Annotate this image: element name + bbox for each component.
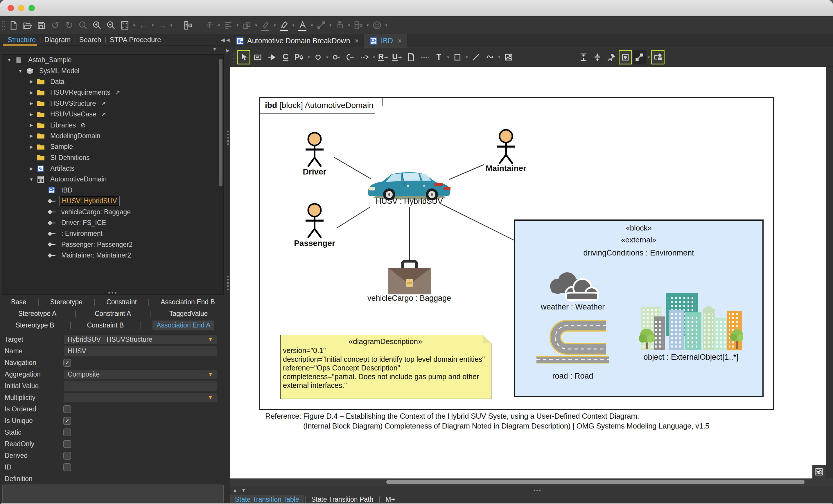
- target-dropdown[interactable]: HybridSUV - HSUVStructure▼: [63, 334, 217, 344]
- port-tool-icon[interactable]: P: [293, 50, 306, 65]
- tree-item-ibd[interactable]: IBD: [2, 185, 223, 196]
- auto-structure-tool-icon[interactable]: [651, 50, 665, 65]
- emoji-dropdown[interactable]: ▾: [384, 23, 389, 28]
- ptab-constraint[interactable]: Constraint: [102, 297, 141, 307]
- ptab-taggedvalue[interactable]: TaggedValue: [165, 309, 212, 318]
- vertical-scrollbar[interactable]: [826, 67, 833, 478]
- ptab-stereotype-b[interactable]: Stereotype B: [11, 320, 58, 330]
- ptab-association-end-b[interactable]: Association End B: [157, 297, 219, 307]
- name-input[interactable]: [63, 346, 217, 356]
- font-color-dropdown[interactable]: ▾: [310, 23, 314, 28]
- derived-checkbox[interactable]: [63, 452, 71, 460]
- actor-driver[interactable]: [302, 132, 328, 168]
- dropdown-arrow-icon[interactable]: ▼: [204, 369, 217, 379]
- required-interface-tool-icon[interactable]: [344, 50, 357, 65]
- ptab-constraint-a[interactable]: Constraint A: [91, 309, 135, 318]
- multiplicity-dropdown[interactable]: ▼: [63, 392, 217, 403]
- connector-style-tool-icon[interactable]: [633, 50, 646, 65]
- forward-icon[interactable]: →: [155, 18, 169, 33]
- panel-divider[interactable]: ◀ ▶: [226, 34, 230, 504]
- fit-window-dropdown[interactable]: ▾: [132, 23, 137, 28]
- tree-filter-bar[interactable]: ▼: [0, 46, 226, 53]
- tree-item-vehicle-cargo[interactable]: vehicleCargo: Baggage: [2, 207, 223, 217]
- fit-window-icon[interactable]: [118, 18, 132, 33]
- ptab-association-end-a[interactable]: Association End A: [152, 320, 214, 330]
- align-dropdown[interactable]: ▾: [235, 23, 240, 28]
- toolbar-grip[interactable]: [1, 20, 5, 31]
- initial-value-input[interactable]: [63, 381, 217, 391]
- horizontal-scrollbar-thumb[interactable]: [386, 480, 805, 484]
- tree-item-hsuv-structure[interactable]: ▶HSUVStructure↗: [2, 98, 223, 109]
- tab-diagram[interactable]: Diagram: [41, 36, 74, 44]
- tree-item-husv[interactable]: HUSV: HybridSUV: [2, 196, 223, 207]
- arrange-icon[interactable]: [240, 18, 254, 33]
- overview-map-button[interactable]: [812, 465, 826, 478]
- provided-interface-tool-icon[interactable]: [330, 50, 343, 65]
- tab-ibd[interactable]: IBD ×: [364, 34, 407, 48]
- tree-item-sysml-model[interactable]: ▼SysML Model: [2, 65, 223, 76]
- back-icon[interactable]: ←: [137, 18, 150, 33]
- hierarchy-layout-dropdown[interactable]: ▾: [347, 23, 352, 28]
- id-checkbox[interactable]: [63, 463, 71, 471]
- dropdown-arrow-icon[interactable]: ▼: [204, 393, 217, 402]
- dependency-tool-icon[interactable]: [358, 50, 371, 65]
- horizontal-scrollbar[interactable]: [230, 478, 833, 486]
- ptab-base[interactable]: Base: [7, 297, 30, 307]
- connector-style-icon[interactable]: [314, 18, 328, 33]
- align-icon[interactable]: [221, 18, 235, 33]
- is-ordered-checkbox[interactable]: [63, 405, 71, 413]
- item-flow-tool-icon[interactable]: [265, 50, 278, 65]
- diagram-canvas[interactable]: ibd [block] AutomotiveDomain Driver Main…: [230, 67, 826, 478]
- fill-color-icon[interactable]: [259, 18, 272, 33]
- tab-structure[interactable]: Structure: [4, 36, 39, 44]
- environment-block[interactable]: «block» «external» drivingConditions : E…: [514, 219, 764, 397]
- baggage-node[interactable]: [387, 260, 432, 296]
- emoji-icon[interactable]: [370, 18, 384, 33]
- diagram-description-note[interactable]: «diagramDescription» version="0.1" descr…: [280, 335, 492, 399]
- actor-passenger[interactable]: [302, 203, 328, 239]
- tree-item-automotive-domain[interactable]: ▼BAutomotiveDomain: [2, 174, 223, 185]
- detail-layout-icon[interactable]: [352, 18, 365, 33]
- connector-style-dropdown[interactable]: ▾: [328, 23, 333, 28]
- ptab-constraint-b[interactable]: Constraint B: [83, 320, 128, 330]
- is-unique-checkbox[interactable]: [63, 417, 71, 425]
- line-tool-icon[interactable]: [469, 50, 483, 65]
- aggregation-dropdown[interactable]: Composite▼: [63, 369, 217, 380]
- undo-icon[interactable]: ↺: [48, 18, 62, 33]
- ptab-stereotype[interactable]: Stereotype: [46, 297, 87, 307]
- model-structure-icon[interactable]: [181, 18, 195, 33]
- tree-item-modeling-domain[interactable]: ▶ModelingDomain: [2, 130, 223, 141]
- collapse-left-icon[interactable]: ◀: [226, 38, 230, 43]
- car-husv[interactable]: [364, 168, 455, 201]
- line-color-icon[interactable]: [277, 18, 291, 33]
- tree-item-passenger2[interactable]: Passenger: Passenger2: [2, 239, 223, 250]
- open-file-icon[interactable]: [20, 18, 34, 33]
- forward-dropdown[interactable]: ▾: [169, 23, 174, 28]
- minimize-window-button[interactable]: [18, 5, 24, 11]
- dashed-line-tool-icon[interactable]: [418, 50, 432, 65]
- image-tool-icon[interactable]: [502, 50, 515, 65]
- zoom-out-icon[interactable]: [104, 18, 118, 33]
- freehand-tool-icon[interactable]: [483, 50, 497, 65]
- tree-item-libraries[interactable]: ▶Libraries⊘: [2, 120, 223, 130]
- interface-tool-icon[interactable]: [311, 50, 325, 65]
- tree-item-hsuv-requirements[interactable]: ▶HSUVRequirements↗: [2, 87, 223, 98]
- bottom-splitter-handle[interactable]: •••: [533, 488, 542, 493]
- interface-tool-dropdown[interactable]: ▾: [325, 54, 330, 60]
- dependency-tool-dropdown[interactable]: ▾: [372, 54, 376, 60]
- tree-item-driver-fsice[interactable]: Driver: FS_ICE: [2, 217, 223, 228]
- text-format-icon[interactable]: [203, 18, 217, 33]
- connector-c-tool-icon[interactable]: C: [279, 50, 292, 65]
- ptab-stereotype-a[interactable]: Stereotype A: [14, 309, 61, 318]
- road-icon[interactable]: [537, 319, 609, 365]
- toolbar-grip[interactable]: [232, 51, 236, 63]
- note-tool-icon[interactable]: [404, 50, 418, 65]
- text-tool-dropdown[interactable]: ▾: [446, 54, 451, 60]
- tree-item-sample[interactable]: ▶Sample: [2, 141, 223, 152]
- definition-textarea[interactable]: [2, 484, 224, 504]
- redo-icon[interactable]: ↻: [62, 18, 76, 33]
- port-tool-dropdown[interactable]: ▾: [306, 54, 311, 60]
- tree-item-si-definitions[interactable]: SI Definitions: [2, 152, 223, 163]
- divider-grip[interactable]: [228, 275, 229, 291]
- tree-item-project[interactable]: ▼Astah_Sample: [2, 54, 223, 65]
